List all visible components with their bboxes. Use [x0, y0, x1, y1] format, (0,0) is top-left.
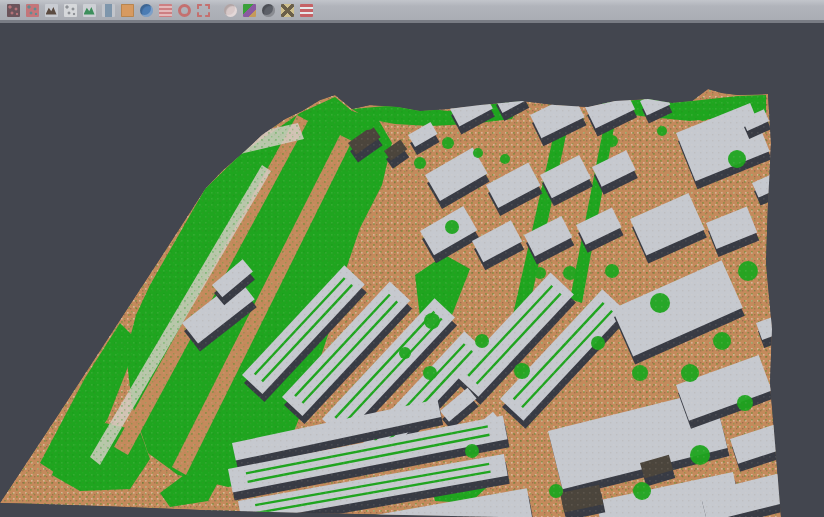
- toolbar-icons: [2, 0, 314, 20]
- segment-scissors-icon: [26, 4, 39, 17]
- noise-overlay: [0, 23, 824, 517]
- selection-box-button[interactable]: [195, 2, 211, 18]
- toolbar: [0, 0, 824, 23]
- orthophoto-icon: [121, 4, 134, 17]
- terrain-dark-button[interactable]: [43, 2, 59, 18]
- layers-button[interactable]: [157, 2, 173, 18]
- classification-colors-icon: [243, 4, 256, 17]
- sphere-dark-button[interactable]: [260, 2, 276, 18]
- segment-scissors-button[interactable]: [24, 2, 40, 18]
- layers-icon: [159, 4, 172, 17]
- scene-svg: [0, 23, 824, 517]
- selection-box-icon: [197, 4, 210, 17]
- target-button[interactable]: [176, 2, 192, 18]
- sphere-light-button[interactable]: [222, 2, 238, 18]
- terrain-dark-icon: [45, 4, 58, 17]
- classification-colors-button[interactable]: [241, 2, 257, 18]
- application-window: [0, 0, 824, 517]
- point-cloud-icon: [64, 4, 77, 17]
- terrain-green-icon: [83, 4, 96, 17]
- 3d-viewport[interactable]: [0, 23, 824, 517]
- side-panel-button[interactable]: [100, 2, 116, 18]
- terrain-mesh: [0, 23, 824, 517]
- export-icon: [281, 4, 294, 17]
- globe-button[interactable]: [138, 2, 154, 18]
- measure-flag-button[interactable]: [298, 2, 314, 18]
- measure-flag-icon: [300, 4, 313, 17]
- target-icon: [178, 4, 191, 17]
- side-panel-icon: [102, 4, 115, 17]
- point-cloud-button[interactable]: [62, 2, 78, 18]
- export-button[interactable]: [279, 2, 295, 18]
- sphere-dark-icon: [262, 4, 275, 17]
- edit-points-icon: [7, 4, 20, 17]
- globe-icon: [140, 4, 153, 17]
- orthophoto-button[interactable]: [119, 2, 135, 18]
- sphere-light-icon: [224, 4, 237, 17]
- edit-points-button[interactable]: [5, 2, 21, 18]
- terrain-green-button[interactable]: [81, 2, 97, 18]
